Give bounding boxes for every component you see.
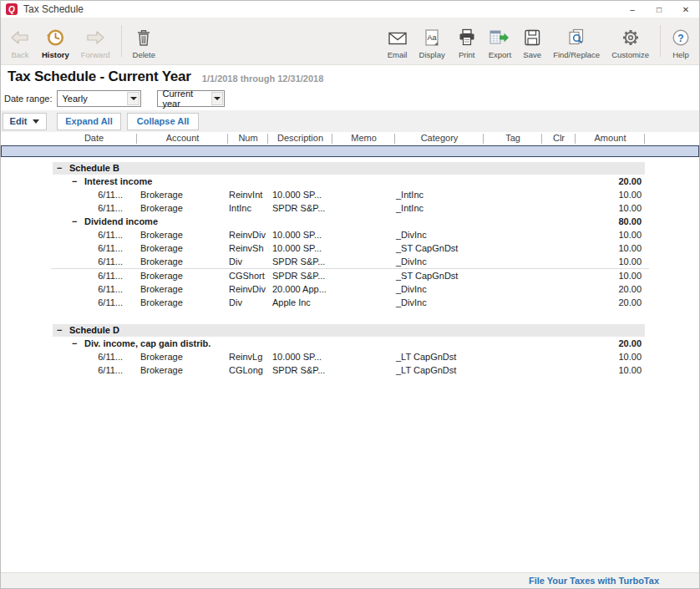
cell-num: ReinvDiv [228,282,268,296]
transaction-row[interactable]: 6/11...BrokerageCGShortSPDR S&P..._ST Ca… [1,269,699,282]
toolbar-button-label: Back [11,50,28,59]
cell-account: Brokerage [137,282,228,296]
collapse-toggle-icon[interactable]: − [57,162,64,175]
toolbar-button-customize[interactable]: Customize [606,18,655,64]
svg-text:?: ? [677,33,683,44]
transaction-row[interactable]: 6/11...BrokerageReinvDiv20.000 App..._Di… [1,282,699,296]
transaction-row[interactable]: 6/11...BrokerageReinvDiv10.000 SP..._Div… [1,228,699,241]
cell-account: Brokerage [137,188,228,201]
expand-all-button[interactable]: Expand All [57,113,121,130]
toolbar-button-help[interactable]: ?Help [666,18,696,64]
subsection-title: −Interest income [1,175,576,188]
period-dropdown-value: Current year [162,89,211,109]
cell-memo [332,241,395,255]
section-name: Schedule D [69,324,119,337]
window-title: Tax Schedule [23,3,84,15]
cell-amt: 10.00 [576,201,645,215]
selected-row[interactable] [1,145,699,157]
toolbar-button-history[interactable]: History [36,18,75,64]
toolbar-button-display[interactable]: AaDisplay [413,18,451,64]
turbotax-link[interactable]: File Your Taxes with TurboTax [529,576,659,586]
cell-clr [542,201,576,215]
transaction-row[interactable]: 6/11...BrokerageIntIncSPDR S&P..._IntInc… [1,201,699,215]
cell-clr [542,296,576,309]
cell-cat: _DivInc [395,296,484,309]
section-header-schedule-d: −Schedule D [53,324,645,337]
toolbar-button-delete[interactable]: Delete [127,18,161,64]
title-bar: Q Tax Schedule – □ ✕ [1,1,699,18]
section-name: Schedule B [69,162,119,175]
quicken-tax-schedule-window: Q Tax Schedule – □ ✕ BackHistoryForwardD… [0,0,700,589]
cell-tag [484,241,542,255]
cell-tag [484,255,542,268]
transaction-row[interactable]: 6/11...BrokerageCGLongSPDR S&P..._LT Cap… [1,363,699,377]
collapse-toggle-icon[interactable]: − [57,324,64,337]
minimize-button[interactable]: – [619,1,646,18]
cell-clr [542,255,576,268]
cell-date: 6/11... [1,363,137,377]
transaction-row[interactable]: 6/11...BrokerageReinvInt10.000 SP..._Int… [1,188,699,201]
gear-icon [621,27,640,48]
cell-memo [332,188,395,201]
cell-tag [484,282,542,296]
cell-amt: 10.00 [576,350,645,363]
cell-amt: 10.00 [576,241,645,255]
quicken-logo-icon: Q [6,3,18,15]
cell-cat: _IntInc [395,188,484,201]
subsection-total: 20.00 [576,175,645,188]
cell-memo [332,363,395,377]
cell-desc: SPDR S&P... [268,269,332,282]
column-header-category: Category [395,132,484,145]
cell-desc: 10.000 SP... [268,228,332,241]
cell-cat: _ST CapGnDst [395,269,484,282]
toolbar-button-print[interactable]: Print [451,18,483,64]
date-range-label: Date range: [4,94,52,104]
cell-memo [332,350,395,363]
toolbar: BackHistoryForwardDelete EmailAaDisplayP… [1,18,699,65]
collapse-toggle-icon[interactable]: − [72,337,79,350]
close-button[interactable]: ✕ [672,1,699,18]
collapse-toggle-icon[interactable]: − [72,215,79,228]
collapse-toggle-icon[interactable]: − [72,175,79,188]
cell-desc: 20.000 App... [268,282,332,296]
dropdown-arrow-icon [33,119,39,124]
cell-memo [332,282,395,296]
transaction-row[interactable]: 6/11...BrokerageDivApple Inc_DivInc20.00 [1,296,699,309]
column-header-amount: Amount [576,132,645,145]
toolbar-button-forward[interactable]: Forward [75,18,116,64]
table-header-row: DateAccountNumDescriptionMemoCategoryTag… [1,132,699,145]
toolbar-button-label: Find/Replace [553,50,600,59]
transaction-row[interactable]: 6/11...BrokerageReinvSh10.000 SP..._ST C… [1,241,699,255]
cell-clr [542,363,576,377]
cell-cat: _DivInc [395,228,484,241]
cell-amt: 10.00 [576,363,645,377]
interval-dropdown[interactable]: Yearly [57,90,141,107]
toolbar-button-find-replace[interactable]: Find/Replace [547,18,606,64]
column-header-description: Description [268,132,332,145]
column-header-tag: Tag [484,132,542,145]
floppy-icon [523,27,541,48]
cell-clr [542,241,576,255]
cell-amt: 10.00 [576,255,645,268]
cell-memo [332,269,395,282]
subsection-name: Interest income [84,175,152,188]
toolbar-button-label: Print [459,50,475,59]
toolbar-button-label: Customize [611,50,649,59]
collapse-all-button[interactable]: Collapse All [127,113,199,130]
toolbar-button-save[interactable]: Save [517,18,547,64]
period-dropdown[interactable]: Current year [157,90,225,107]
cell-num: ReinvDiv [228,228,268,241]
cell-account: Brokerage [137,296,228,309]
toolbar-button-email[interactable]: Email [382,18,413,64]
edit-button[interactable]: Edit [3,113,47,130]
printer-icon [457,27,477,48]
transaction-row[interactable]: 6/11...BrokerageDivSPDR S&P..._DivInc10.… [1,255,699,268]
maximize-button[interactable]: □ [646,1,672,18]
subsection-name: Div. income, cap gain distrib. [84,337,211,350]
toolbar-button-back[interactable]: Back [4,18,36,64]
cell-account: Brokerage [137,201,228,215]
cell-tag [484,228,542,241]
status-bar: File Your Taxes with TurboTax [1,572,699,588]
transaction-row[interactable]: 6/11...BrokerageReinvLg10.000 SP..._LT C… [1,350,699,363]
toolbar-button-export[interactable]: Export [483,18,517,64]
